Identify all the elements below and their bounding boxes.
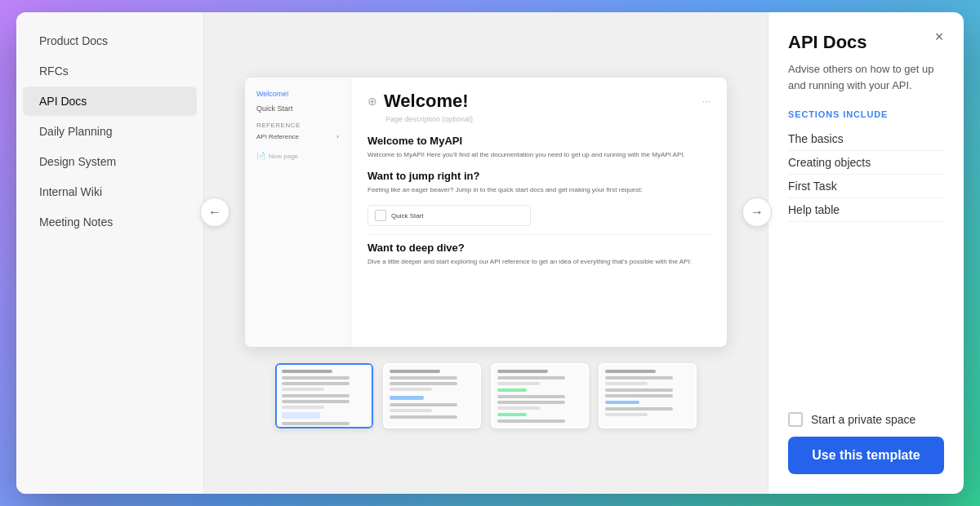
preview-nav-api-reference: API Reference ›: [252, 131, 344, 143]
preview-section3-text: Dive a little deeper and start exploring…: [368, 257, 710, 267]
preview-emoji: ⊕: [368, 95, 377, 108]
preview-nav-reference-label: REFERENCE: [252, 117, 344, 131]
preview-section1-title: Welcome to MyAPI: [368, 135, 710, 147]
next-arrow[interactable]: →: [742, 198, 772, 227]
prev-arrow[interactable]: ←: [200, 198, 229, 227]
preview-nav-welcome: Welcome!: [252, 87, 344, 100]
right-panel: API Docs Advise others on how to get up …: [768, 12, 964, 494]
preview-main-title: Welcome!: [384, 91, 469, 112]
sidebar: Product Docs RFCs API Docs Daily Plannin…: [16, 12, 204, 494]
section-item-help-table: Help table: [788, 198, 944, 222]
preview-container: ← Welcome! Quick Start REFERENCE API Ref…: [241, 78, 731, 347]
private-space-label: Start a private space: [811, 413, 915, 426]
use-template-button[interactable]: Use this template: [788, 437, 944, 474]
preview-section1-text: Welcome to MyAPI! Here you'll find all t…: [368, 150, 710, 160]
sidebar-item-rfcs[interactable]: RFCs: [23, 56, 197, 86]
sidebar-item-meeting-notes[interactable]: Meeting Notes: [23, 207, 197, 237]
section-item-first-task: First Task: [788, 175, 944, 198]
preview-nav-quickstart: Quick Start: [252, 102, 344, 115]
thumbnail-3[interactable]: [491, 363, 589, 428]
preview-section2-text: Feeling like an eager beaver? Jump in to…: [368, 185, 710, 195]
preview-title-bar: ⊕ Welcome! ···: [368, 91, 710, 112]
preview-nav-sidebar: Welcome! Quick Start REFERENCE API Refer…: [245, 78, 351, 347]
private-space-checkbox[interactable]: [788, 412, 803, 427]
sidebar-item-api-docs[interactable]: API Docs: [23, 87, 197, 116]
preview-description-placeholder: Page description (optional): [368, 115, 710, 123]
preview-menu-dots: ···: [702, 95, 710, 107]
preview-quick-start-link: Quick Start: [368, 205, 531, 226]
section-item-basics: The basics: [788, 127, 944, 151]
template-modal: × Product Docs RFCs API Docs Daily Plann…: [16, 12, 964, 494]
preview-section3-title: Want to deep dive?: [368, 242, 710, 254]
preview-link-text: Quick Start: [391, 212, 424, 220]
panel-description: Advise others on how to get up and runni…: [788, 61, 944, 93]
main-content: ← Welcome! Quick Start REFERENCE API Ref…: [204, 12, 768, 494]
thumbnail-4[interactable]: [599, 363, 697, 428]
panel-title: API Docs: [788, 32, 944, 53]
preview-nav-new-page: 📄 New page: [252, 149, 344, 162]
sidebar-item-design-system[interactable]: Design System: [23, 147, 197, 176]
section-item-creating-objects: Creating objects: [788, 151, 944, 175]
preview-card: Welcome! Quick Start REFERENCE API Refer…: [245, 78, 727, 347]
sections-include-label: SECTIONS INCLUDE: [788, 109, 944, 119]
sidebar-item-daily-planning[interactable]: Daily Planning: [23, 117, 197, 146]
thumbnail-2[interactable]: [383, 363, 481, 428]
thumbnail-1[interactable]: [275, 363, 373, 428]
thumbnails-row: [275, 363, 697, 428]
preview-divider: [368, 234, 710, 235]
private-space-row: Start a private space: [788, 412, 944, 427]
sidebar-item-internal-wiki[interactable]: Internal Wiki: [23, 177, 197, 206]
sidebar-item-product-docs[interactable]: Product Docs: [23, 26, 197, 55]
preview-link-icon: [375, 210, 386, 221]
close-button[interactable]: ×: [928, 25, 951, 48]
preview-body: ⊕ Welcome! ··· Page description (optiona…: [351, 78, 727, 347]
preview-section2-title: Want to jump right in?: [368, 170, 710, 182]
